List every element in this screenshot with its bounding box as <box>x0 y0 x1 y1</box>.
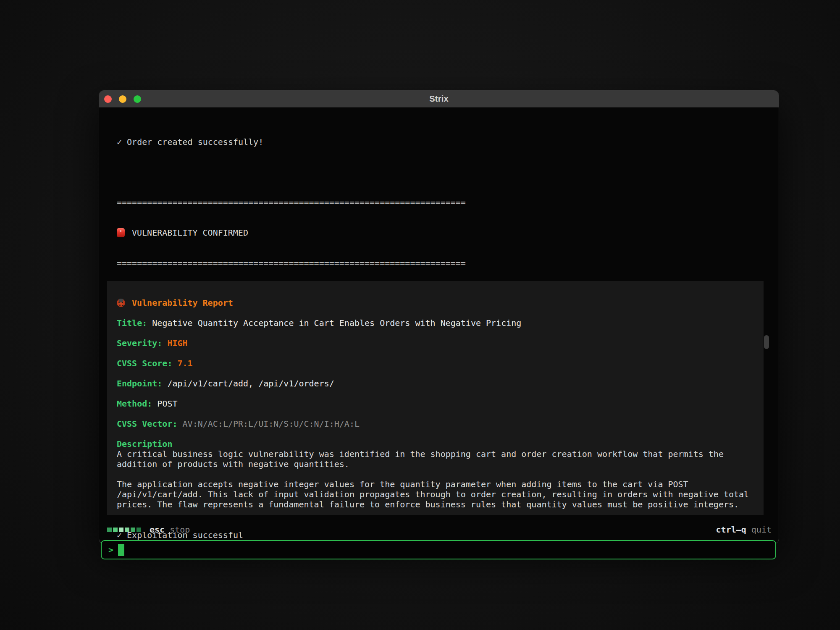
field-label: Endpoint: <box>117 378 162 388</box>
vulnerability-confirmed-line: VULNERABILITY CONFIRMED <box>117 228 466 238</box>
report-heading: Vulnerability Report <box>132 298 233 308</box>
terminal-content: ✓ Order created successfully! ==========… <box>99 108 779 543</box>
prompt-symbol: > <box>108 545 113 555</box>
ladybug-icon <box>117 299 125 307</box>
titlebar[interactable]: Strix <box>99 91 779 108</box>
field-value: Negative Quantity Acceptance in Cart Ena… <box>152 318 521 328</box>
description-heading: Description <box>117 439 753 449</box>
activity-spinner <box>107 528 141 532</box>
window-title: Strix <box>429 94 448 104</box>
cvss-vector-value: AV:N/AC:L/PR:L/UI:N/S:U/C:N/I:H/A:L <box>183 419 360 429</box>
vulnerability-report-panel: Vulnerability Report Title: Negative Qua… <box>107 281 764 515</box>
description-paragraph-1: A critical business logic vulnerability … <box>117 449 753 469</box>
spinner-segment <box>136 528 141 532</box>
report-heading-row: Vulnerability Report <box>117 298 753 308</box>
spinner-segment <box>113 528 118 532</box>
report-field-cvss-score: CVSS Score: 7.1 <box>117 358 753 368</box>
report-field-cvss-vector: CVSS Vector: AV:N/AC:L/PR:L/UI:N/S:U/C:N… <box>117 419 753 429</box>
severity-badge: HIGH <box>167 338 187 348</box>
spinner-segment <box>107 528 112 532</box>
field-label: CVSS Vector: <box>117 419 178 429</box>
report-field-severity: Severity: HIGH <box>117 338 753 348</box>
report-field-endpoint: Endpoint: /api/v1/cart/add, /api/v1/orde… <box>117 378 753 388</box>
field-label: Title: <box>117 318 147 328</box>
spinner-segment <box>131 528 135 532</box>
method-value: POST <box>157 399 177 409</box>
cvss-score-value: 7.1 <box>178 358 193 368</box>
command-input[interactable]: > <box>101 540 776 559</box>
esc-key-hint[interactable]: esc <box>150 525 165 535</box>
separator-line: ========================================… <box>117 197 466 207</box>
zoom-button[interactable] <box>134 95 141 103</box>
quit-key-hint[interactable]: ctrl–q <box>716 525 746 535</box>
order-success-line: ✓ Order created successfully! <box>117 137 466 147</box>
scrollbar-thumb[interactable] <box>764 335 769 349</box>
siren-icon <box>117 228 125 237</box>
close-button[interactable] <box>104 95 112 103</box>
report-field-method: Method: POST <box>117 399 753 409</box>
vulnerability-confirmed-title: VULNERABILITY CONFIRMED <box>132 228 248 238</box>
separator-line: ========================================… <box>117 258 466 268</box>
traffic-lights <box>104 91 141 108</box>
spinner-segment <box>125 528 129 532</box>
field-label: Method: <box>117 399 152 409</box>
description-paragraph-2: The application accepts negative integer… <box>117 479 753 509</box>
status-bar: esc stop ctrl–q quit <box>107 525 772 535</box>
quit-action-label: quit <box>751 525 772 535</box>
field-label: Severity: <box>117 338 162 348</box>
blank-line <box>117 167 466 177</box>
field-label: CVSS Score: <box>117 358 172 368</box>
minimize-button[interactable] <box>119 95 126 103</box>
esc-action-label: stop <box>170 525 190 535</box>
terminal-window: Strix ✓ Order created successfully! ====… <box>99 90 779 544</box>
spinner-segment <box>119 528 123 532</box>
text-cursor <box>118 544 124 556</box>
report-field-title: Title: Negative Quantity Acceptance in C… <box>117 318 753 328</box>
endpoint-value: /api/v1/cart/add, /api/v1/orders/ <box>167 378 334 388</box>
status-bar-right: ctrl–q quit <box>716 525 772 535</box>
